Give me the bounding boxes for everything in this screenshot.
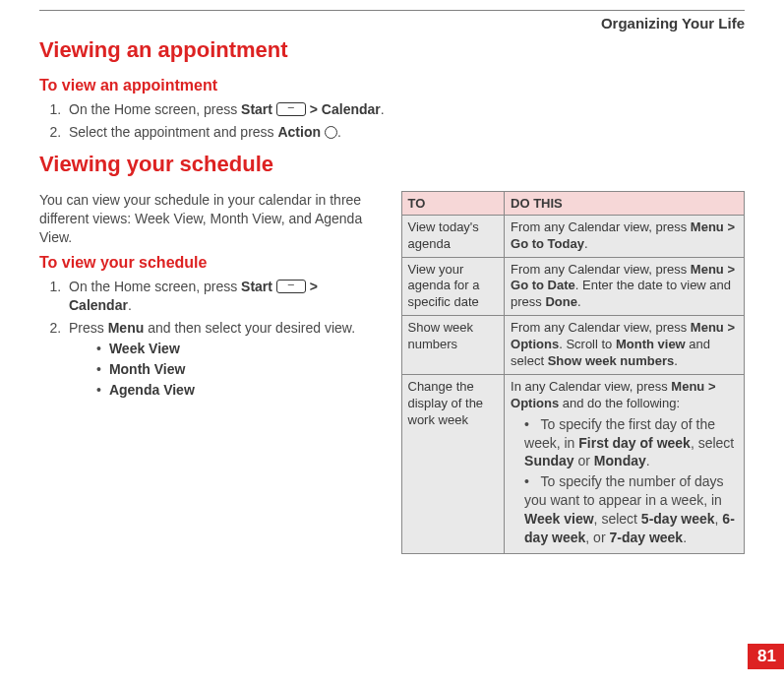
- table-cell-to: Change the display of the work week: [401, 374, 505, 553]
- table-header-row: TO DO THIS: [401, 191, 745, 215]
- step-1: On the Home screen, press Start > Calend…: [65, 100, 745, 119]
- schedule-step-2: Press Menu and then select your desired …: [65, 319, 384, 400]
- table-row: Change the display of the work week In a…: [401, 374, 745, 553]
- table-header-do: DO THIS: [505, 191, 745, 215]
- view-options-list: Week View Month View Agenda View: [69, 340, 384, 400]
- action-button-icon: [325, 126, 337, 139]
- workweek-options-list: To specify the first day of the week, in…: [511, 415, 738, 547]
- table-cell-to: View today's agenda: [401, 215, 505, 257]
- table-cell-to: Show week numbers: [401, 316, 505, 375]
- schedule-actions-table: TO DO THIS View today's agenda From any …: [401, 191, 746, 554]
- softkey-icon: [276, 102, 306, 116]
- schedule-step-1: On the Home screen, press Start > Calend…: [65, 278, 384, 315]
- heading-viewing-appointment: Viewing an appointment: [39, 37, 745, 63]
- heading-viewing-schedule: Viewing your schedule: [39, 152, 745, 177]
- subheading-to-view-appointment: To view an appointment: [39, 77, 745, 94]
- page-number-tab: 81: [748, 644, 784, 669]
- view-option-month: Month View: [96, 360, 384, 379]
- steps-view-schedule: On the Home screen, press Start > Calend…: [39, 278, 384, 399]
- table-row: View today's agenda From any Calendar vi…: [401, 215, 745, 257]
- list-item: To specify the first day of the week, in…: [524, 415, 738, 471]
- list-item: To specify the number of days you want t…: [524, 472, 738, 547]
- table-row: View your agenda for a specific date Fro…: [401, 257, 745, 316]
- view-option-agenda: Agenda View: [96, 381, 384, 400]
- table-cell-do: In any Calendar view, press Menu > Optio…: [505, 374, 745, 553]
- table-header-to: TO: [401, 191, 505, 215]
- view-option-week: Week View: [96, 340, 384, 358]
- subheading-to-view-schedule: To view your schedule: [39, 254, 384, 272]
- table-cell-do: From any Calendar view, press Menu > Opt…: [505, 316, 745, 375]
- softkey-icon: [276, 280, 306, 293]
- table-cell-do: From any Calendar view, press Menu > Go …: [505, 257, 745, 316]
- steps-view-appointment: On the Home screen, press Start > Calend…: [39, 100, 745, 142]
- step-2: Select the appointment and press Action …: [65, 123, 745, 142]
- table-row: Show week numbers From any Calendar view…: [401, 316, 745, 375]
- table-cell-do: From any Calendar view, press Menu > Go …: [505, 215, 745, 257]
- chapter-title: Organizing Your Life: [39, 15, 745, 31]
- schedule-intro-text: You can view your schedule in your calen…: [39, 191, 384, 247]
- table-cell-to: View your agenda for a specific date: [401, 257, 505, 316]
